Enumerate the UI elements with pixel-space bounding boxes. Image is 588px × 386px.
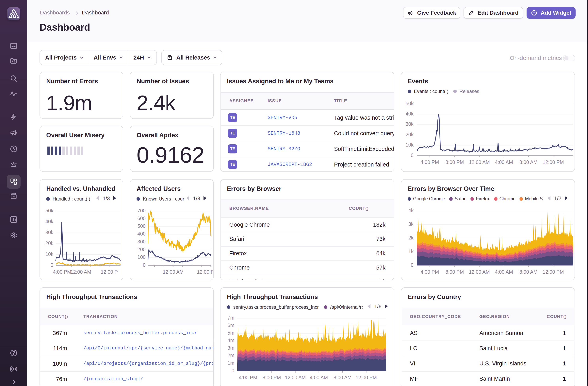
svg-text:8:00 PM: 8:00 PM [445,159,464,165]
svg-text:600: 600 [137,216,146,221]
svg-text:12:00 P: 12:00 P [101,269,118,275]
svg-text:12:00 AM: 12:00 AM [469,159,490,165]
svg-text:12:00 PM: 12:00 PM [356,375,377,380]
svg-text:30k: 30k [45,229,54,235]
svg-text:7m: 7m [228,315,234,320]
svg-text:0: 0 [143,262,146,268]
svg-text:1k: 1k [408,249,414,254]
svg-text:12:00 AM: 12:00 AM [163,269,184,275]
svg-text:1m: 1m [228,360,234,366]
svg-text:4:00 AM: 4:00 AM [495,269,513,275]
svg-text:10k: 10k [405,142,414,148]
svg-text:4m: 4m [228,338,234,343]
svg-text:4:00 PM: 4:00 PM [53,269,71,275]
svg-text:2k: 2k [408,235,414,240]
svg-text:12:00 AM: 12:00 AM [469,269,490,275]
svg-text:3k: 3k [408,221,414,227]
svg-text:8:00 AM: 8:00 AM [334,375,352,380]
svg-text:4:00 PM: 4:00 PM [420,159,439,165]
svg-text:12:00 AM: 12:00 AM [70,269,91,275]
svg-text:500: 500 [137,223,146,229]
svg-text:12:00 P: 12:00 P [197,269,214,275]
svg-text:30k: 30k [405,121,414,127]
svg-text:50k: 50k [45,208,54,213]
svg-text:3m: 3m [228,345,234,351]
svg-text:300: 300 [137,239,146,244]
svg-text:8:00 AM: 8:00 AM [519,159,538,165]
svg-text:8:00 AM: 8:00 AM [519,269,538,275]
svg-text:0: 0 [51,262,53,268]
svg-text:100: 100 [137,254,146,260]
svg-text:12:00 PM: 12:00 PM [543,159,564,165]
svg-text:20k: 20k [405,132,414,137]
svg-text:10k: 10k [45,251,54,257]
svg-text:40k: 40k [45,219,54,224]
svg-text:40k: 40k [405,111,414,116]
svg-text:0: 0 [411,262,414,268]
svg-text:0: 0 [411,153,414,158]
svg-text:4:00 AM: 4:00 AM [310,375,328,380]
svg-text:4:00 AM: 4:00 AM [495,159,513,165]
svg-text:4:00 PM: 4:00 PM [239,375,257,380]
svg-text:700: 700 [137,208,146,213]
svg-text:0: 0 [231,368,234,373]
svg-text:2m: 2m [228,353,234,358]
svg-text:8:00 PM: 8:00 PM [263,375,281,380]
svg-text:6m: 6m [228,322,234,328]
svg-text:20k: 20k [45,240,54,246]
svg-text:50k: 50k [405,101,414,106]
svg-text:12:00 AM: 12:00 AM [285,375,306,380]
svg-text:5m: 5m [228,330,234,336]
svg-text:4k: 4k [408,208,414,213]
svg-text:8:00 PM: 8:00 PM [445,269,464,275]
svg-text:200: 200 [137,247,146,252]
svg-text:12:00 PM: 12:00 PM [543,269,564,275]
svg-text:4:00 PM: 4:00 PM [420,269,439,275]
svg-text:400: 400 [137,231,146,236]
